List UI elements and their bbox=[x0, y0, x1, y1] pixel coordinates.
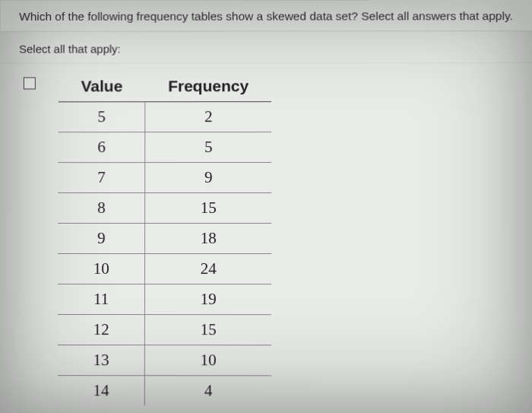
table-row: 9 18 bbox=[58, 224, 271, 254]
table-row: 11 19 bbox=[58, 284, 271, 314]
header-value: Value bbox=[59, 72, 146, 101]
cell-frequency: 4 bbox=[145, 376, 271, 406]
cell-frequency: 15 bbox=[145, 315, 271, 345]
table-header-row: Value Frequency bbox=[59, 72, 271, 102]
cell-value: 5 bbox=[59, 102, 146, 132]
cell-value: 14 bbox=[58, 376, 145, 406]
instruction-text: Select all that apply: bbox=[1, 31, 532, 64]
cell-frequency: 10 bbox=[145, 345, 271, 376]
table-row: 6 5 bbox=[58, 132, 271, 163]
frequency-table: Value Frequency 5 2 6 5 7 9 8 bbox=[58, 72, 271, 405]
cell-value: 8 bbox=[58, 193, 145, 224]
option-checkbox[interactable] bbox=[24, 78, 36, 90]
cell-value: 11 bbox=[58, 284, 145, 314]
cell-value: 7 bbox=[58, 163, 145, 193]
cell-value: 9 bbox=[58, 224, 145, 254]
cell-frequency: 2 bbox=[145, 102, 271, 132]
cell-value: 10 bbox=[58, 253, 145, 284]
cell-frequency: 18 bbox=[145, 224, 271, 254]
table-row: 14 4 bbox=[58, 376, 271, 406]
answer-option: Value Frequency 5 2 6 5 7 9 8 bbox=[0, 63, 532, 406]
cell-frequency: 24 bbox=[145, 254, 271, 284]
cell-value: 6 bbox=[58, 132, 145, 163]
table-row: 12 15 bbox=[58, 315, 271, 345]
table-row: 13 10 bbox=[58, 345, 271, 376]
header-frequency: Frequency bbox=[145, 72, 271, 102]
table-row: 7 9 bbox=[58, 163, 271, 193]
cell-value: 12 bbox=[58, 315, 145, 345]
cell-frequency: 5 bbox=[145, 132, 271, 163]
cell-frequency: 9 bbox=[145, 163, 271, 193]
cell-frequency: 19 bbox=[145, 284, 271, 315]
cell-frequency: 15 bbox=[145, 193, 271, 224]
table-row: 5 2 bbox=[59, 102, 272, 132]
cell-value: 13 bbox=[58, 345, 145, 376]
table-row: 8 15 bbox=[58, 193, 271, 224]
table-row: 10 24 bbox=[58, 253, 271, 284]
question-text: Which of the following frequency tables … bbox=[1, 0, 532, 32]
